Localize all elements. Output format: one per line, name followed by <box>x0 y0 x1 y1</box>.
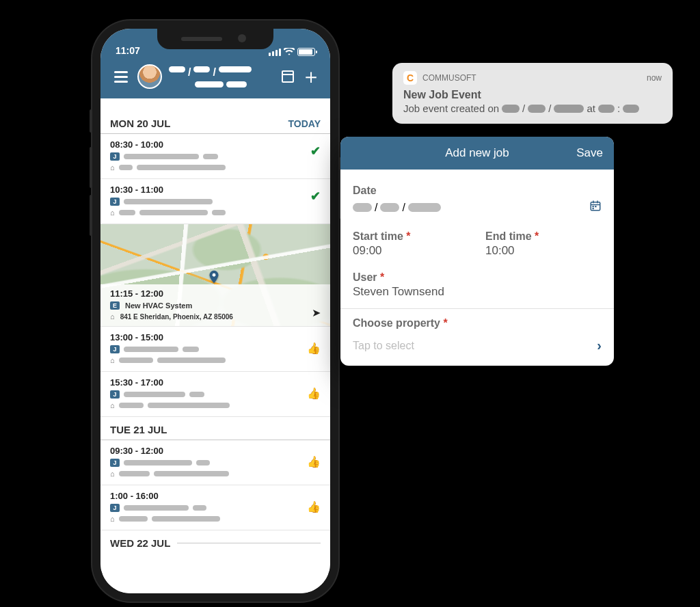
phone-device: 11:07 // ＋ MON 20 JUL TODAY <box>92 21 338 602</box>
avatar[interactable] <box>137 64 162 89</box>
home-icon: ⌂ <box>110 401 115 409</box>
wifi-icon <box>284 48 295 56</box>
divider <box>177 543 321 543</box>
event-time: 10:30 - 11:00 <box>110 185 321 195</box>
event-time: 11:15 - 12:00 <box>110 288 321 299</box>
event-time: 08:30 - 10:00 <box>110 139 321 150</box>
home-icon: ⌂ <box>110 356 115 364</box>
panel-header: Add new job Save <box>340 137 614 170</box>
calendar-button[interactable] <box>280 68 296 85</box>
choose-property-field[interactable]: Tap to select › <box>353 329 602 366</box>
phone-notch <box>157 29 273 49</box>
svg-rect-7 <box>593 208 594 209</box>
start-time-value[interactable]: 09:00 <box>353 244 469 258</box>
slash: / <box>188 66 191 79</box>
date-placeholder[interactable]: // <box>353 202 441 214</box>
thumbs-up-icon: 👍 <box>307 500 321 513</box>
notification-body-at: at <box>587 103 595 114</box>
today-link[interactable]: TODAY <box>288 118 321 129</box>
slash: / <box>213 66 215 79</box>
slash: / <box>522 103 525 114</box>
job-tag-icon: J <box>110 345 120 353</box>
check-icon: ✔ <box>310 189 321 204</box>
chevron-right-icon: › <box>597 338 602 353</box>
event-row[interactable]: 09:30 - 12:00 J ⌂ 👍 <box>100 440 330 485</box>
calendar-icon[interactable] <box>589 200 602 215</box>
event-time: 13:00 - 15:00 <box>110 332 321 342</box>
notification-card[interactable]: C COMMUSOFT now New Job Event Job event … <box>392 63 673 124</box>
home-icon: ⌂ <box>110 208 115 217</box>
estimate-tag-icon: E <box>110 301 120 310</box>
event-time: 1:00 - 16:00 <box>110 491 321 501</box>
event-row[interactable]: 13:00 - 15:00 J ⌂ 👍 <box>100 327 330 372</box>
svg-point-0 <box>212 273 215 276</box>
svg-rect-6 <box>595 206 596 207</box>
end-time-label: End time <box>485 230 532 242</box>
day-header: TUE 21 JUL <box>100 417 330 440</box>
colon: : <box>617 103 620 114</box>
svg-rect-4 <box>597 201 598 204</box>
day-header: WED 22 JUL <box>100 530 330 553</box>
notification-time: now <box>647 73 662 83</box>
event-time: 15:30 - 17:00 <box>110 377 321 388</box>
job-tag-icon: J <box>110 198 120 206</box>
end-time-value[interactable]: 10:00 <box>485 244 602 258</box>
event-time: 09:30 - 12:00 <box>110 446 321 456</box>
battery-icon <box>297 48 315 56</box>
event-address: 841 E Sheridan, Phoenix, AZ 85006 <box>120 313 233 321</box>
phone-mute-switch <box>90 109 92 133</box>
event-row[interactable]: 10:30 - 11:00 J ⌂ ✔ <box>100 179 330 224</box>
map-pin-icon <box>206 269 221 284</box>
add-job-panel: Add new job Save Date // Start time * 09… <box>340 137 614 366</box>
thumbs-up-icon: 👍 <box>307 342 321 355</box>
job-tag-icon: J <box>110 152 120 161</box>
schedule-list[interactable]: MON 20 JUL TODAY 08:30 - 10:00 J ⌂ ✔ 10:… <box>100 111 330 593</box>
day-label: MON 20 JUL <box>110 118 170 129</box>
day-header: MON 20 JUL TODAY <box>100 111 330 134</box>
save-button[interactable]: Save <box>576 146 603 160</box>
property-label: Choose property <box>353 317 440 329</box>
app-icon: C <box>403 71 417 85</box>
user-value[interactable]: Steven Townsend <box>353 285 602 299</box>
start-time-label: Start time <box>353 230 403 242</box>
header-date-display: // <box>169 66 273 87</box>
calendar-icon <box>282 70 294 83</box>
event-title: New HVAC System <box>125 301 192 310</box>
notification-body: Job event created on // at : <box>403 103 662 114</box>
svg-rect-5 <box>593 206 594 207</box>
notification-app-name: COMMUSOFT <box>422 73 476 83</box>
thumbs-up-icon: 👍 <box>307 455 321 468</box>
event-row[interactable]: 11:15 - 12:00 ENew HVAC System ⌂841 E Sh… <box>100 284 330 326</box>
property-placeholder: Tap to select <box>353 340 414 352</box>
check-icon: ✔ <box>310 144 321 159</box>
thumbs-up-icon: 👍 <box>307 387 321 400</box>
app-header: // ＋ <box>100 59 330 98</box>
phone-volume-down <box>90 195 92 236</box>
panel-title: Add new job <box>445 146 509 160</box>
day-label: TUE 21 JUL <box>110 424 167 435</box>
menu-icon[interactable] <box>111 68 131 85</box>
user-label: User <box>353 271 377 283</box>
notification-title: New Job Event <box>403 89 662 101</box>
day-label: WED 22 JUL <box>110 537 170 549</box>
event-row[interactable]: 1:00 - 16:00 J ⌂ 👍 <box>100 485 330 530</box>
add-button[interactable]: ＋ <box>303 68 319 85</box>
home-icon: ⌂ <box>110 163 115 172</box>
cellular-icon <box>269 49 281 56</box>
svg-rect-3 <box>593 201 594 204</box>
map-preview[interactable]: 11:15 - 12:00 ENew HVAC System ⌂841 E Sh… <box>100 224 330 327</box>
job-tag-icon: J <box>110 504 120 512</box>
status-right <box>269 48 315 56</box>
notification-body-text: Job event created on <box>403 103 499 114</box>
home-icon: ⌂ <box>110 470 115 478</box>
date-label: Date <box>353 185 602 197</box>
job-tag-icon: J <box>110 459 120 467</box>
status-clock: 11:07 <box>116 45 140 56</box>
home-icon: ⌂ <box>110 312 115 321</box>
divider <box>340 308 614 309</box>
event-row[interactable]: 15:30 - 17:00 J ⌂ 👍 <box>100 372 330 417</box>
event-row[interactable]: 08:30 - 10:00 J ⌂ ✔ <box>100 134 330 179</box>
phone-volume-up <box>90 147 92 188</box>
job-tag-icon: J <box>110 390 120 399</box>
home-icon: ⌂ <box>110 515 115 523</box>
